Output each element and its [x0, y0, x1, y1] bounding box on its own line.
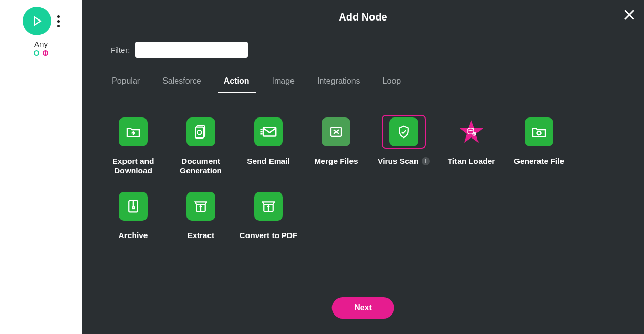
tile-export-and-download[interactable]: Export and Download — [102, 115, 164, 176]
tab-popular[interactable]: Popular — [111, 76, 141, 93]
tab-action[interactable]: Action — [223, 76, 251, 93]
filter-input[interactable] — [135, 42, 248, 58]
tile-extract[interactable]: Extract — [170, 189, 232, 240]
next-button[interactable]: Next — [331, 297, 394, 319]
tile-label: Generate File — [514, 156, 564, 166]
tab-label: Popular — [112, 76, 140, 85]
svg-marker-0 — [34, 17, 40, 25]
tile-virus-scan[interactable]: Virus Scan i — [373, 115, 434, 176]
svg-rect-13 — [132, 207, 134, 209]
close-button[interactable] — [621, 7, 637, 23]
tile-label: Archive — [119, 230, 148, 240]
play-button[interactable] — [23, 7, 51, 35]
zip-icon — [126, 199, 141, 214]
tab-label: Action — [224, 76, 250, 85]
tile-label: Convert to PDF — [240, 230, 298, 240]
folder-gear-icon — [531, 124, 547, 140]
tab-image[interactable]: Image — [271, 76, 296, 93]
tab-label: Salesforce — [162, 76, 201, 85]
merge-icon — [328, 124, 344, 140]
tile-generate-file[interactable]: Generate File — [508, 115, 570, 176]
tab-loop[interactable]: Loop — [382, 76, 402, 93]
convert-box-icon — [261, 199, 276, 214]
tile-send-email[interactable]: Send Email — [238, 115, 299, 176]
tabs: Popular Salesforce Action Image Integrat… — [111, 76, 644, 93]
tab-salesforce[interactable]: Salesforce — [161, 76, 202, 93]
shield-check-icon — [396, 124, 411, 140]
tile-document-generation[interactable]: Document Generation — [170, 115, 232, 176]
star-db-icon — [459, 118, 484, 146]
tile-archive[interactable]: Archive — [102, 189, 164, 240]
add-node-modal: Add Node Filter: Popular Salesforce Acti… — [82, 0, 644, 334]
open-box-icon — [193, 199, 209, 214]
tile-label: Export and Download — [102, 156, 164, 176]
tile-titan-loader[interactable]: Titan Loader — [441, 115, 502, 176]
canvas-start-node: Any — [5, 3, 77, 60]
tile-merge-files[interactable]: Merge Files — [305, 115, 367, 176]
svg-marker-8 — [460, 120, 483, 143]
tile-label: Send Email — [247, 156, 290, 166]
envelope-send-icon — [260, 123, 277, 141]
tile-label: Merge Files — [314, 156, 358, 166]
tab-label: Loop — [383, 76, 401, 85]
close-icon — [621, 7, 637, 23]
tile-convert-to-pdf[interactable]: Convert to PDF — [238, 189, 299, 240]
next-button-label: Next — [354, 303, 372, 312]
port-add-icon[interactable] — [43, 50, 48, 56]
tile-label: Titan Loader — [448, 156, 495, 166]
svg-rect-4 — [195, 127, 203, 138]
tab-integrations[interactable]: Integrations — [316, 76, 361, 93]
tile-label: Extract — [188, 230, 215, 240]
tab-label: Image — [272, 76, 295, 85]
play-icon — [30, 14, 44, 28]
node-menu-button[interactable] — [57, 15, 60, 27]
doc-gear-icon — [193, 124, 209, 140]
folder-upload-icon — [125, 124, 141, 140]
tab-label: Integrations — [317, 76, 360, 85]
tile-grid: Export and Download Document Generation — [102, 115, 624, 240]
modal-title: Add Node — [82, 0, 644, 23]
filter-label: Filter: — [111, 46, 130, 54]
port-open-icon[interactable] — [34, 50, 39, 56]
info-icon[interactable]: i — [422, 157, 430, 165]
node-ports — [34, 50, 48, 56]
tile-label: Document Generation — [170, 156, 232, 176]
node-label: Any — [34, 40, 48, 48]
tile-label: Virus Scan — [378, 156, 419, 166]
